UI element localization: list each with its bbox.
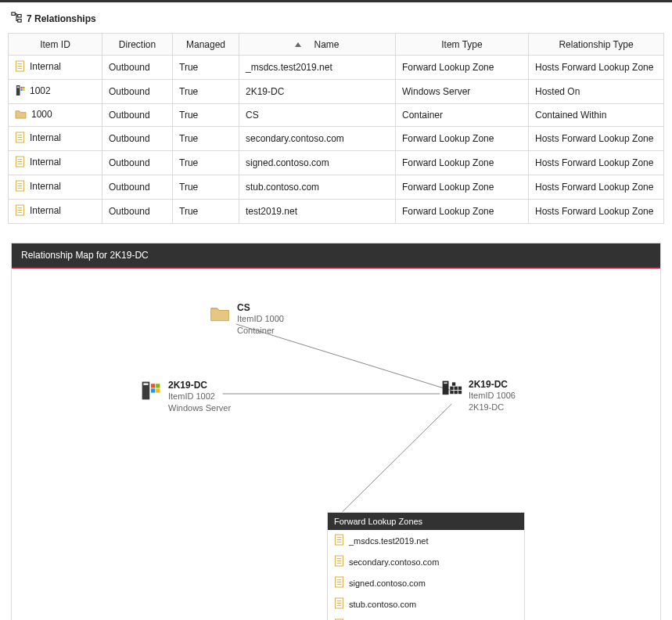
relationship-map-panel: Relationship Map for 2K19-DC CS ItemID 1… — [11, 243, 661, 620]
table-row[interactable]: InternalOutboundTruestub.contoso.comForw… — [9, 175, 664, 200]
table-row[interactable]: InternalOutboundTrue_msdcs.test2019.netF… — [9, 56, 664, 80]
folder-icon — [15, 109, 27, 121]
flz-item[interactable]: secondary.contoso.com — [328, 551, 524, 572]
node-server-line2: Windows Server — [168, 402, 231, 414]
cell-item-type: Forward Lookup Zone — [396, 127, 529, 151]
cell-direction: Outbound — [102, 104, 173, 127]
cell-managed: True — [173, 175, 239, 200]
cell-direction: Outbound — [102, 80, 173, 104]
cell-item-id: 1000 — [31, 109, 52, 120]
relationships-header: 7 Relationships — [0, 9, 672, 33]
col-managed[interactable]: Managed — [173, 34, 239, 56]
folder-icon — [209, 302, 231, 324]
cell-direction: Outbound — [102, 200, 173, 224]
svg-rect-40 — [450, 387, 453, 390]
cell-managed: True — [173, 80, 239, 104]
document-icon — [334, 576, 344, 589]
cell-item-id: Internal — [30, 132, 61, 143]
table-row[interactable]: 1002OutboundTrue2K19-DCWindows ServerHos… — [9, 80, 664, 104]
svg-rect-33 — [143, 383, 148, 385]
relationship-map-title: Relationship Map for 2K19-DC — [12, 243, 660, 269]
table-row[interactable]: 1000OutboundTrueCSContainerContained Wit… — [9, 104, 664, 127]
svg-rect-0 — [12, 13, 15, 16]
cell-relationship-type: Hosts Forward Lookup Zone — [529, 151, 664, 175]
cell-name: secondary.contoso.com — [239, 127, 396, 151]
col-item-id[interactable]: Item ID — [9, 34, 102, 56]
server-group-icon — [440, 379, 462, 401]
relationships-count: 7 — [27, 13, 32, 24]
table-row[interactable]: InternalOutboundTruesecondary.contoso.co… — [9, 127, 664, 151]
cell-name: _msdcs.test2019.net — [239, 56, 396, 80]
svg-rect-36 — [151, 388, 155, 392]
flz-item[interactable]: signed.contoso.com — [328, 572, 524, 593]
cell-relationship-type: Hosts Forward Lookup Zone — [529, 200, 664, 224]
relationship-map-canvas: CS ItemID 1000 Container — [12, 269, 660, 620]
cell-item-id: Internal — [30, 157, 61, 168]
svg-rect-44 — [455, 391, 458, 394]
cell-item-type: Forward Lookup Zone — [396, 175, 529, 200]
document-icon — [334, 555, 344, 568]
col-item-type[interactable]: Item Type — [396, 34, 529, 56]
table-row[interactable]: InternalOutboundTruetest2019.netForward … — [9, 200, 664, 224]
node-server[interactable]: 2K19-DC ItemID 1002 Windows Server — [140, 380, 231, 414]
cell-item-id: Internal — [30, 205, 61, 216]
flz-item[interactable]: _msdcs.test2019.net — [328, 530, 524, 551]
cell-relationship-type: Contained Within — [529, 104, 664, 127]
relationships-title: Relationships — [34, 13, 96, 24]
svg-line-31 — [342, 404, 451, 512]
cell-managed: True — [173, 200, 239, 224]
document-icon — [15, 156, 25, 170]
cell-direction: Outbound — [102, 175, 173, 200]
flz-item[interactable]: stub.contoso.com — [328, 593, 524, 615]
document-icon — [15, 132, 25, 146]
cell-name: CS — [239, 104, 396, 127]
table-row[interactable]: InternalOutboundTruesigned.contoso.comFo… — [9, 151, 664, 175]
flz-item-label: secondary.contoso.com — [349, 557, 439, 567]
node-server-title: 2K19-DC — [168, 380, 231, 391]
svg-rect-1 — [18, 15, 21, 18]
windows-server-icon — [140, 380, 162, 402]
col-direction[interactable]: Direction — [102, 34, 173, 56]
svg-rect-46 — [452, 382, 455, 385]
svg-rect-45 — [458, 391, 462, 394]
server-icon — [15, 85, 25, 99]
node-cs-line1: ItemID 1000 — [237, 313, 284, 325]
col-name[interactable]: Name — [239, 34, 396, 56]
node-cs-title: CS — [237, 302, 284, 313]
cell-relationship-type: Hosts Forward Lookup Zone — [529, 127, 664, 151]
cell-name: stub.contoso.com — [239, 175, 396, 200]
node-center[interactable]: 2K19-DC ItemID 1006 2K19-DC — [440, 379, 516, 413]
cell-name: signed.contoso.com — [239, 151, 396, 175]
svg-rect-9 — [20, 87, 22, 88]
cell-managed: True — [173, 104, 239, 127]
sort-asc-icon — [295, 42, 301, 47]
relationships-table: Item ID Direction Managed Name Item Type… — [8, 33, 664, 224]
cell-item-type: Forward Lookup Zone — [396, 56, 529, 80]
node-cs-line2: Container — [237, 325, 284, 337]
cell-direction: Outbound — [102, 151, 173, 175]
node-center-title: 2K19-DC — [469, 379, 516, 390]
flz-item-label: _msdcs.test2019.net — [349, 536, 429, 546]
flz-item[interactable]: test2019.net — [328, 615, 524, 620]
cell-item-type: Forward Lookup Zone — [396, 151, 529, 175]
flz-item-label: signed.contoso.com — [349, 579, 426, 588]
node-server-line1: ItemID 1002 — [168, 391, 231, 402]
svg-rect-35 — [156, 384, 160, 388]
cell-relationship-type: Hosts Forward Lookup Zone — [529, 56, 664, 80]
forward-lookup-zones-box: Forward Lookup Zones _msdcs.test2019.net… — [327, 512, 525, 620]
svg-rect-2 — [18, 20, 21, 23]
svg-rect-37 — [156, 388, 160, 392]
svg-rect-12 — [23, 89, 24, 91]
svg-rect-11 — [20, 89, 22, 91]
node-cs[interactable]: CS ItemID 1000 Container — [209, 302, 284, 337]
document-icon — [334, 597, 344, 611]
svg-rect-43 — [450, 391, 453, 394]
col-relationship-type[interactable]: Relationship Type — [529, 34, 664, 56]
cell-item-type: Windows Server — [396, 80, 529, 104]
flz-item-label: stub.contoso.com — [349, 600, 416, 609]
flz-title: Forward Lookup Zones — [328, 513, 524, 530]
cell-direction: Outbound — [102, 56, 173, 80]
cell-item-type: Container — [396, 104, 529, 127]
cell-item-id: Internal — [30, 181, 61, 192]
svg-rect-34 — [151, 384, 155, 388]
